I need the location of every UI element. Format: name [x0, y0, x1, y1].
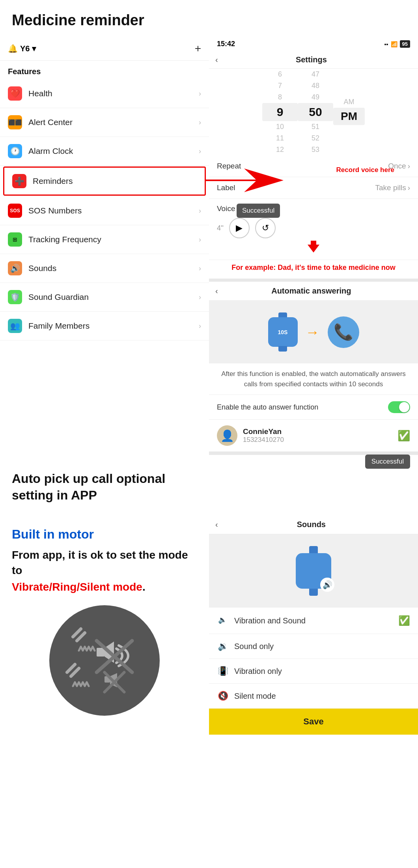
sound-only-option[interactable]: 🔉 Sound only	[209, 634, 418, 659]
bottom-row: Built in motor From app, it is ok to set…	[0, 515, 418, 735]
sidebar-item-alarm-clock[interactable]: 🕐 Alarm Clock ›	[0, 137, 209, 166]
clock-icon: 🕐	[8, 144, 22, 158]
watch-illustration: 10S	[268, 312, 298, 352]
svg-line-9	[71, 668, 79, 676]
back-button-2[interactable]: ‹	[215, 286, 218, 296]
add-button[interactable]: +	[195, 42, 201, 55]
screen-title: Settings	[223, 55, 400, 64]
back-button-3[interactable]: ‹	[215, 520, 218, 529]
chevron-icon: ›	[199, 322, 201, 330]
sidebar-item-label: Reminders	[33, 176, 197, 186]
sidebar-item-sos-numbers[interactable]: SOS SOS Numbers ›	[0, 196, 209, 225]
silent-mode-label: Silent mode	[234, 692, 410, 701]
time-option[interactable]: 53	[298, 144, 333, 155]
alert-icon: ⬛⬛	[8, 115, 22, 129]
sidebar-item-health[interactable]: ❤️ Health ›	[0, 79, 209, 108]
time-option[interactable]: 51	[298, 121, 333, 133]
sidebar-item-reminders[interactable]: ➕ Reminders	[3, 166, 206, 196]
label-value[interactable]: Take pills ›	[375, 183, 410, 192]
time-option-selected[interactable]: 50	[298, 103, 333, 121]
time-option[interactable]: 49	[298, 92, 333, 103]
vibration-only-option[interactable]: 📳 Vibration only	[209, 659, 418, 684]
time-option[interactable]: 8	[262, 92, 298, 103]
sounds-header: ‹ Sounds	[209, 515, 418, 534]
sidebar-item-alert-center[interactable]: ⬛⬛ Alert Center ›	[0, 108, 209, 137]
time-option[interactable]: 6	[262, 69, 298, 80]
success-tooltip-2: Successful	[365, 455, 410, 469]
ampm-spacer	[333, 125, 365, 128]
time-option[interactable]: 7	[262, 80, 298, 92]
left-panel: 🔔 Y6 ▾ + Features ❤️ Health › ⬛⬛ Alert C…	[0, 37, 209, 455]
time-option[interactable]: 12	[262, 144, 298, 155]
hour-column[interactable]: 6 7 8 9 10 11 12	[262, 69, 298, 155]
am-option[interactable]: AM	[333, 96, 365, 108]
arrow-icon: →	[306, 324, 320, 340]
page-title: Medicine reminder	[0, 0, 418, 37]
sounds-illustration: 🔊	[209, 534, 418, 608]
auto-answer-title: Automatic answering	[223, 286, 400, 296]
svg-line-8	[67, 664, 75, 672]
contact-row[interactable]: 👤 ConnieYan 15323410270 ✅ Successful	[209, 420, 418, 452]
vibration-only-label: Vibration only	[234, 667, 410, 676]
time-option-selected[interactable]: 9	[262, 103, 298, 121]
chevron-icon: ›	[199, 90, 201, 98]
record-voice-annotation: Record voice here	[336, 166, 394, 174]
voice-time: 4''	[217, 224, 224, 232]
minute-column[interactable]: 47 48 49 50 51 52 53	[298, 69, 333, 155]
svg-line-2	[73, 629, 81, 637]
mute-icon-circle	[49, 605, 160, 716]
svg-rect-4	[97, 648, 104, 657]
ampm-column[interactable]: AM PM	[333, 96, 365, 128]
sidebar-item-sounds[interactable]: 🔊 Sounds ›	[0, 254, 209, 283]
vibrate-text: Vibrate/Ring/Silent mode.	[12, 581, 197, 593]
auto-pickup-row: Auto pick up call optional setting in AP…	[0, 455, 418, 515]
save-button[interactable]: Save	[209, 709, 418, 735]
dropdown-icon: ▾	[32, 44, 36, 53]
time-picker[interactable]: 6 7 8 9 10 11 12 47 48 49 50 51 52	[209, 69, 418, 155]
vibration-only-icon: 📳	[217, 666, 229, 676]
sidebar-item-tracking-frequency[interactable]: ⊞ Tracking Frequency ›	[0, 225, 209, 254]
toggle-label: Enable the auto answer function	[217, 403, 318, 412]
status-icons: ▪▪ 📶 95	[384, 40, 410, 48]
status-time: 15:42	[217, 40, 235, 48]
auto-answer-toggle[interactable]	[388, 401, 410, 413]
silent-mode-icon: 🔇	[217, 691, 229, 701]
chevron-icon: ›	[408, 162, 410, 170]
svg-marker-0	[205, 168, 284, 192]
device-name[interactable]: 🔔 Y6 ▾	[8, 44, 36, 53]
vibration-sound-option[interactable]: 🔈 Vibration and Sound ✅	[209, 608, 418, 634]
contact-phone: 15323410270	[243, 436, 397, 444]
people-icon: 👥	[8, 319, 22, 333]
time-option[interactable]: 48	[298, 80, 333, 92]
device-bar: 🔔 Y6 ▾ +	[0, 37, 209, 61]
wifi-icon: 📶	[391, 41, 397, 47]
time-option[interactable]: 10	[262, 121, 298, 133]
contact-name: ConnieYan	[243, 427, 397, 436]
medical-icon: ➕	[12, 174, 26, 188]
features-label: Features	[0, 61, 209, 79]
auto-pickup-title: Auto pick up call optional setting in AP…	[12, 471, 197, 503]
check-icon: ✅	[397, 430, 410, 442]
red-arrow	[205, 168, 284, 194]
sidebar-item-label: Alert Center	[28, 118, 199, 127]
time-option[interactable]: 11	[262, 133, 298, 144]
voice-controls: 4'' Successful ▶ ↺	[217, 218, 410, 238]
back-button[interactable]: ‹	[215, 55, 218, 64]
built-in-title: Built in motor	[12, 527, 197, 542]
sidebar-item-family-members[interactable]: 👥 Family Members ›	[0, 312, 209, 340]
auto-pickup-section: Auto pick up call optional setting in AP…	[0, 455, 209, 515]
time-option[interactable]: 47	[298, 69, 333, 80]
pm-option-selected[interactable]: PM	[333, 108, 365, 125]
signal-icon: ▪▪	[384, 41, 388, 47]
contact-avatar: 👤	[217, 425, 237, 446]
play-button[interactable]: ▶	[229, 218, 250, 238]
voice-tooltip: Successful	[237, 204, 280, 218]
sidebar-item-label: Tracking Frequency	[28, 235, 199, 244]
bottom-left: Built in motor From app, it is ok to set…	[0, 515, 209, 735]
sidebar-item-sound-guardian[interactable]: 🛡️ Sound Guardian ›	[0, 283, 209, 312]
time-option[interactable]: 52	[298, 133, 333, 144]
chevron-icon: ›	[199, 118, 201, 127]
vibrate-highlight: Vibrate/Ring/Silent mode	[12, 581, 142, 593]
replay-button[interactable]: ↺	[255, 218, 276, 238]
silent-mode-option[interactable]: 🔇 Silent mode	[209, 684, 418, 709]
